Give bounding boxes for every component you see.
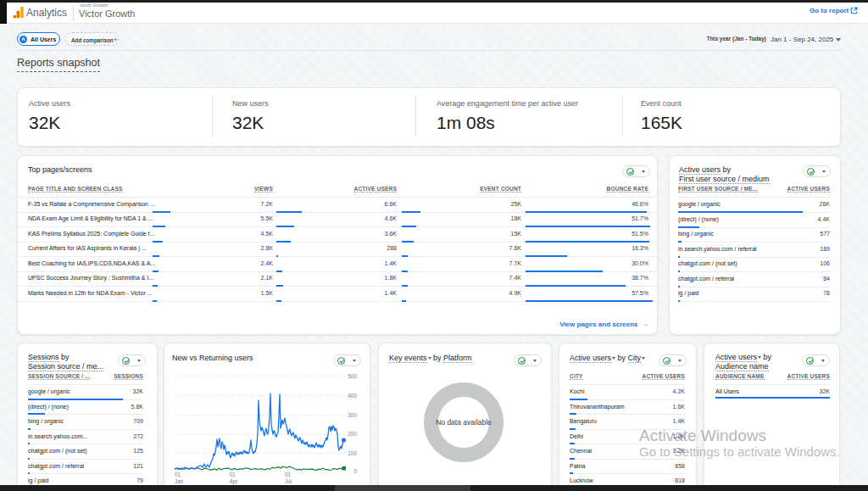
svg-text:200: 200	[348, 431, 357, 437]
svg-text:Jan: Jan	[175, 478, 184, 484]
svg-text:01: 01	[230, 471, 236, 477]
svg-text:01: 01	[285, 471, 292, 477]
svg-text:100: 100	[348, 450, 357, 456]
svg-text:0: 0	[353, 468, 357, 474]
svg-text:400: 400	[348, 393, 357, 399]
svg-text:Jul: Jul	[285, 478, 292, 484]
svg-text:500: 500	[348, 373, 357, 379]
svg-text:Apr: Apr	[230, 478, 239, 485]
svg-text:01: 01	[175, 471, 181, 477]
svg-text:300: 300	[348, 412, 357, 418]
